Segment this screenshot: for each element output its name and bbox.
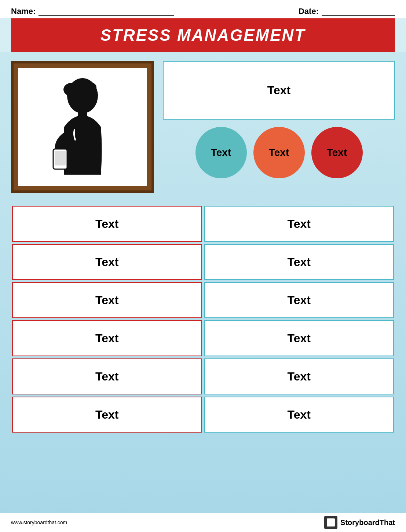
grid-row-2-right-text: Text (288, 255, 311, 269)
grid-row-2-left-text: Text (95, 255, 118, 269)
name-underline[interactable] (39, 7, 174, 16)
silhouette-image (42, 76, 123, 178)
grid-row-1-right-text: Text (288, 217, 311, 231)
grid-row-3-left-text: Text (95, 294, 118, 307)
date-field-group: Date: (299, 7, 395, 16)
name-field-group: Name: (11, 7, 174, 16)
text-grid: Text Text Text Text Text Text Text Text (11, 205, 395, 434)
circle-3-label: Text (327, 147, 347, 158)
grid-row-1-right[interactable]: Text (204, 206, 394, 242)
grid-row-6-right[interactable]: Text (204, 397, 394, 433)
circles-row: Text Text Text (163, 127, 395, 178)
name-date-row: Name: Date: (0, 0, 406, 18)
top-text-box-label: Text (267, 84, 290, 97)
footer-url: www.storyboardthat.com (11, 520, 67, 525)
footer-logo: StoryboardThat (324, 516, 395, 529)
date-underline[interactable] (322, 7, 395, 16)
svg-rect-3 (78, 112, 87, 119)
grid-row-6-left-text: Text (95, 408, 118, 422)
grid-row-4-right[interactable]: Text (204, 320, 394, 356)
storyboardthat-icon (324, 516, 337, 529)
footer-logo-text: StoryboardThat (340, 518, 395, 527)
name-label: Name: (11, 7, 36, 16)
footer: www.storyboardthat.com StoryboardThat (0, 513, 406, 532)
grid-row-6-left[interactable]: Text (12, 397, 202, 433)
grid-row-1-left-text: Text (95, 217, 118, 231)
grid-row-4-left-text: Text (95, 332, 118, 345)
circle-1-label: Text (211, 147, 231, 158)
page: Name: Date: STRESS MANAGEMENT (0, 0, 406, 532)
top-text-box[interactable]: Text (163, 61, 395, 120)
circle-3[interactable]: Text (311, 127, 363, 178)
grid-row-3-right-text: Text (288, 294, 311, 307)
circle-2-label: Text (269, 147, 289, 158)
grid-row-5-right-text: Text (288, 370, 311, 383)
picture-frame (11, 61, 154, 193)
svg-rect-5 (55, 151, 66, 165)
grid-row-2-right[interactable]: Text (204, 244, 394, 280)
grid-row-5-left-text: Text (95, 370, 118, 383)
main-content: Text Text Text Text T (0, 52, 406, 513)
grid-row-3-right[interactable]: Text (204, 282, 394, 318)
grid-row-6-right-text: Text (288, 408, 311, 422)
grid-row-4-right-text: Text (288, 332, 311, 345)
circle-2[interactable]: Text (253, 127, 305, 178)
svg-point-2 (83, 82, 96, 92)
logo-inner (327, 518, 335, 526)
title-text: STRESS MANAGEMENT (100, 26, 306, 44)
picture-frame-inner (18, 68, 147, 186)
title-banner: STRESS MANAGEMENT (11, 18, 395, 52)
circle-1[interactable]: Text (195, 127, 247, 178)
grid-row-4-left[interactable]: Text (12, 320, 202, 356)
grid-row-5-left[interactable]: Text (12, 358, 202, 394)
grid-row-1-left[interactable]: Text (12, 206, 202, 242)
date-label: Date: (299, 7, 319, 16)
grid-row-2-left[interactable]: Text (12, 244, 202, 280)
grid-row-3-left[interactable]: Text (12, 282, 202, 318)
right-panel: Text Text Text Text (163, 61, 395, 193)
top-section: Text Text Text Text (11, 61, 395, 193)
grid-row-5-right[interactable]: Text (204, 358, 394, 394)
svg-point-1 (63, 83, 80, 96)
